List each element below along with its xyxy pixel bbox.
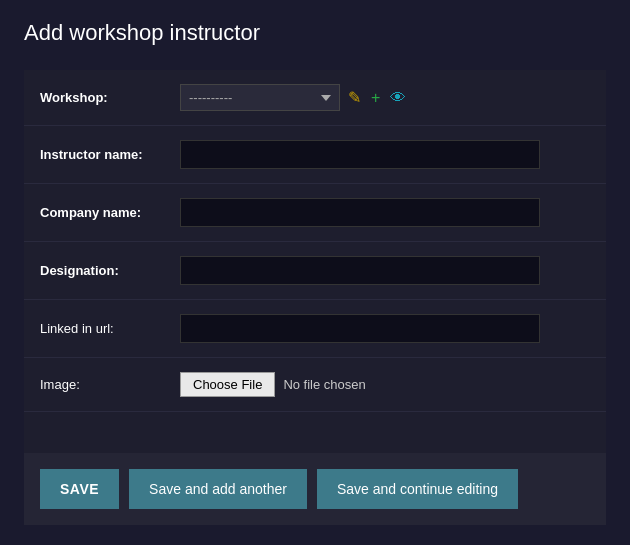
designation-label: Designation: <box>40 263 180 278</box>
designation-row: Designation: <box>24 242 606 300</box>
designation-control <box>180 256 590 285</box>
instructor-name-label: Instructor name: <box>40 147 180 162</box>
designation-input[interactable] <box>180 256 540 285</box>
view-icon: 👁 <box>390 89 406 107</box>
add-icon: + <box>371 89 380 107</box>
workshop-label: Workshop: <box>40 90 180 105</box>
image-row: Image: Choose File No file chosen <box>24 358 606 412</box>
page-container: Add workshop instructor Workshop: ------… <box>0 0 630 545</box>
workshop-control: ---------- ✎ + 👁 <box>180 84 590 111</box>
file-input-wrapper: Choose File No file chosen <box>180 372 590 397</box>
workshop-row: Workshop: ---------- ✎ + 👁 <box>24 70 606 126</box>
company-name-control <box>180 198 590 227</box>
instructor-name-control <box>180 140 590 169</box>
company-name-label: Company name: <box>40 205 180 220</box>
company-name-row: Company name: <box>24 184 606 242</box>
image-control: Choose File No file chosen <box>180 372 590 397</box>
save-button[interactable]: SAVE <box>40 469 119 509</box>
save-add-button[interactable]: Save and add another <box>129 469 307 509</box>
image-label: Image: <box>40 377 180 392</box>
choose-file-button[interactable]: Choose File <box>180 372 275 397</box>
form-container: Workshop: ---------- ✎ + 👁 Instructor na… <box>24 70 606 453</box>
add-workshop-button[interactable]: + <box>369 87 382 109</box>
linkedin-label: Linked in url: <box>40 321 180 336</box>
edit-icon: ✎ <box>348 88 361 107</box>
linkedin-control <box>180 314 590 343</box>
file-name-label: No file chosen <box>283 377 365 392</box>
footer-actions: SAVE Save and add another Save and conti… <box>24 453 606 525</box>
company-name-input[interactable] <box>180 198 540 227</box>
instructor-name-input[interactable] <box>180 140 540 169</box>
linkedin-input[interactable] <box>180 314 540 343</box>
workshop-select[interactable]: ---------- <box>180 84 340 111</box>
save-continue-button[interactable]: Save and continue editing <box>317 469 518 509</box>
page-title: Add workshop instructor <box>24 20 606 46</box>
view-workshop-button[interactable]: 👁 <box>388 87 408 109</box>
edit-workshop-button[interactable]: ✎ <box>346 86 363 109</box>
instructor-name-row: Instructor name: <box>24 126 606 184</box>
linkedin-row: Linked in url: <box>24 300 606 358</box>
